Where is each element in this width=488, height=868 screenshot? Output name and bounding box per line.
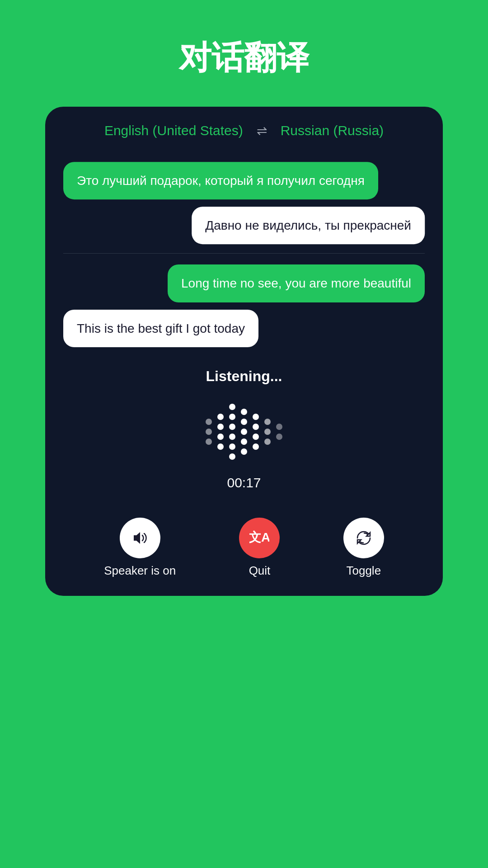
swap-icon[interactable]: ⇌: [257, 123, 267, 138]
lower-message-1: This is the best gift I got today: [63, 310, 258, 347]
toggle-label: Toggle: [346, 564, 381, 578]
wave-col-3: [229, 404, 235, 460]
speaker-label: Speaker is on: [104, 564, 176, 578]
lower-message-0: Long time no see, you are more beautiful: [168, 264, 425, 302]
translate-icon: 文A: [249, 528, 269, 548]
quit-button[interactable]: 文A Quit: [239, 518, 280, 578]
lower-messages-section: Long time no see, you are more beautiful…: [45, 254, 443, 354]
upper-messages-section: Давно не виделись, ты прекрасней Это луч…: [45, 151, 443, 253]
quit-label: Quit: [249, 564, 271, 578]
speaker-icon: [130, 528, 150, 548]
page-title: 对话翻译: [179, 36, 309, 80]
wave-col-6: [264, 419, 271, 445]
quit-icon-circle: 文A: [239, 518, 280, 558]
timer-display: 00:17: [227, 475, 261, 491]
upper-message-1: Давно не виделись, ты прекрасней: [192, 207, 425, 244]
wave-col-5: [253, 414, 259, 450]
waveform: [206, 396, 282, 468]
toggle-icon-circle: [343, 518, 384, 558]
wave-col-1: [206, 419, 212, 445]
wave-col-4: [241, 409, 247, 455]
translation-card: English (United States) ⇌ Russian (Russi…: [45, 107, 443, 596]
wave-col-7: [276, 424, 282, 440]
language-header: English (United States) ⇌ Russian (Russi…: [45, 107, 443, 151]
listening-label: Listening...: [206, 368, 282, 385]
svg-text:文A: 文A: [249, 530, 269, 544]
upper-message-0: Это лучший подарок, который я получил се…: [63, 162, 378, 199]
target-language[interactable]: Russian (Russia): [281, 123, 384, 138]
speaker-icon-circle: [120, 518, 160, 558]
listening-section: Listening...: [45, 354, 443, 513]
speaker-button[interactable]: Speaker is on: [104, 518, 176, 578]
toggle-button[interactable]: Toggle: [343, 518, 384, 578]
source-language[interactable]: English (United States): [104, 123, 243, 138]
refresh-icon: [354, 528, 374, 548]
wave-col-2: [217, 414, 224, 450]
bottom-controls: Speaker is on 文A Quit Toggle: [45, 513, 443, 596]
